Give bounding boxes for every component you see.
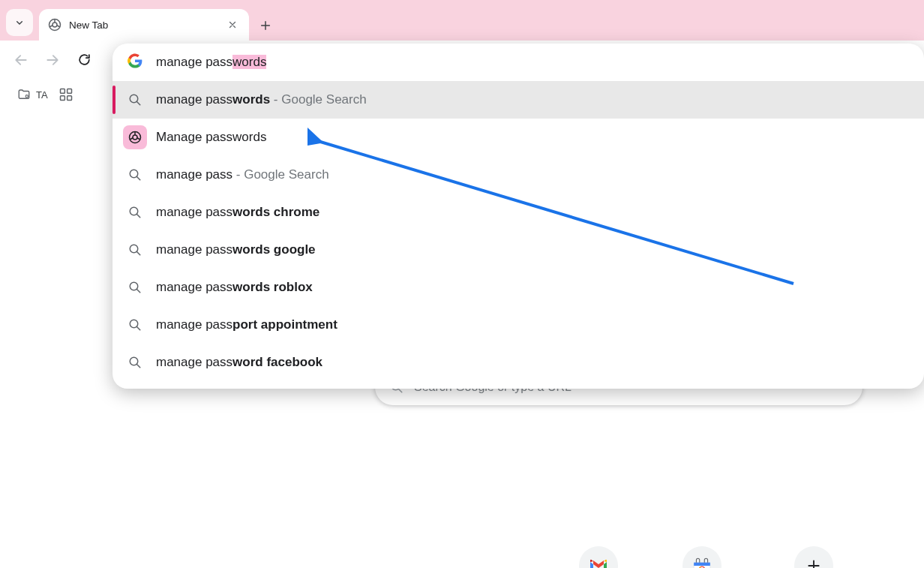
svg-rect-4 [67,89,71,94]
titlebar: New Tab [0,0,924,41]
reload-icon [77,53,92,67]
close-icon [228,20,237,29]
search-icon [128,92,142,107]
tab-title: New Tab [69,20,108,31]
suggestion-row[interactable]: manage pass - Google Search [112,156,924,194]
search-icon [128,355,142,370]
bookmark-label: TA [36,89,48,101]
search-icon [128,242,142,257]
suggestion-row[interactable]: manage passwords roblox [112,269,924,306]
omnibox-input-row[interactable]: manage passwords [112,44,924,81]
suggestion-text: manage passwords google [156,242,316,257]
suggestion-row[interactable]: manage passport appointment [112,306,924,344]
suggestion-text: manage passwords - Google Search [156,92,367,107]
forward-button[interactable] [39,47,66,74]
bookmark-folder-ta[interactable]: TA [16,88,48,101]
suggestion-text: manage passport appointment [156,317,338,332]
suggestion-text: manage pass - Google Search [156,167,329,182]
svg-rect-3 [60,89,64,94]
omnibox-dropdown: manage passwords manage passwords - Goog… [112,44,924,389]
search-icon [128,280,142,295]
svg-rect-6 [67,96,71,101]
ntp-shortcuts: Inbox Web Store Add shortcut [579,546,842,568]
suggestion-row[interactable]: manage password facebook [112,344,924,381]
browser-tab[interactable]: New Tab [39,9,249,41]
plus-icon [260,20,272,32]
tab-close-button[interactable] [225,17,240,32]
webstore-icon [682,546,722,568]
reload-button[interactable] [70,47,98,74]
suggestion-text: manage password facebook [156,355,322,370]
suggestion-row-manage-passwords[interactable]: Manage passwords [112,119,924,156]
back-button[interactable] [8,47,34,74]
shortcut-inbox[interactable]: Inbox [579,546,618,568]
chevron-down-icon [14,17,26,29]
omnibox-input[interactable]: manage passwords [156,55,909,70]
folder-gear-icon [16,88,32,101]
arrow-right-icon [45,53,60,68]
suggestion-row[interactable]: manage passwords - Google Search [112,81,924,119]
gmail-icon [579,546,618,568]
suggestion-text: manage passwords roblox [156,280,313,295]
search-icon [128,205,142,220]
search-tabs-button[interactable] [6,9,33,36]
chrome-icon [123,125,147,149]
suggestion-text: manage passwords chrome [156,205,320,220]
google-g-icon [128,53,142,71]
svg-point-9 [133,135,137,140]
shortcut-add[interactable]: Add shortcut [786,546,843,568]
shortcut-webstore[interactable]: Web Store [678,546,726,568]
search-icon [128,317,142,332]
suggestion-row[interactable]: manage passwords chrome [112,194,924,231]
suggestion-text: Manage passwords [156,130,266,145]
plus-icon [794,546,833,568]
svg-point-2 [26,95,28,98]
chrome-icon [48,18,62,32]
arrow-left-icon [14,53,28,68]
new-tab-button[interactable] [254,14,278,38]
suggestion-list: manage passwords - Google Search Manage … [112,81,924,381]
bookmark-apps[interactable] [58,87,74,102]
svg-point-1 [52,23,57,27]
svg-rect-19 [694,563,710,566]
apps-grid-icon [58,87,74,102]
suggestion-row[interactable]: manage passwords google [112,231,924,269]
search-icon [128,167,142,182]
svg-rect-5 [60,96,64,101]
